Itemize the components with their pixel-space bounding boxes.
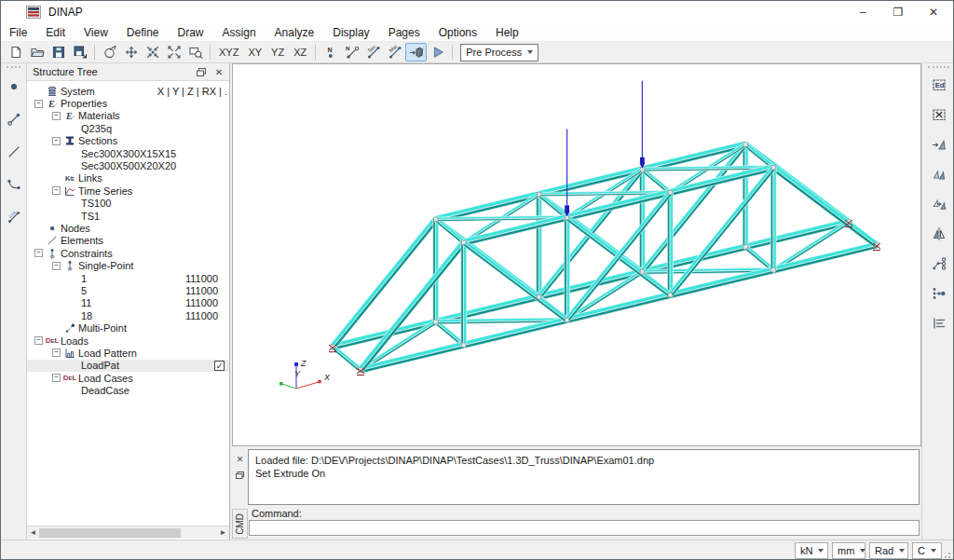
tree-row-loads[interactable]: −DELLoads: [27, 335, 229, 347]
tree-row-single-point[interactable]: −Single-Point: [27, 259, 229, 271]
panel-float-icon[interactable]: [194, 65, 209, 79]
process-mode-combobox[interactable]: Pre Process: [460, 44, 538, 61]
command-tab[interactable]: CMD: [232, 509, 248, 539]
unit-combobox-kn[interactable]: kN: [795, 542, 828, 559]
menu-item-help[interactable]: Help: [486, 23, 528, 42]
tree-row-links[interactable]: K⁄ELinks: [27, 172, 229, 184]
tree-row-q235q[interactable]: Q235q: [27, 122, 229, 134]
menu-item-view[interactable]: View: [75, 23, 117, 42]
tree-row-time-series[interactable]: −Time Series: [27, 184, 229, 197]
menu-item-display[interactable]: Display: [323, 23, 378, 42]
minimize-button[interactable]: –: [845, 1, 880, 23]
tree-row-sec300x500x20x20[interactable]: Sec300X500X20X20: [27, 159, 229, 171]
tree-row-sec300x300x15x15[interactable]: Sec300X300X15X15: [27, 147, 229, 159]
assign-material-button[interactable]: Mat: [384, 43, 405, 61]
tool-link-button[interactable]: Link: [2, 205, 26, 229]
tree-expand-icon[interactable]: −: [34, 336, 43, 345]
loadpat-checkbox[interactable]: ✓: [214, 361, 225, 371]
menu-item-analyze[interactable]: Analyze: [266, 23, 324, 42]
file-save-all-button[interactable]: [69, 43, 90, 61]
divide-element-button[interactable]: [927, 252, 951, 276]
tree-row-ts100[interactable]: TS100: [27, 198, 229, 210]
tree-label: Nodes: [61, 223, 90, 234]
tree-row-load-cases[interactable]: −DELLoad Cases: [27, 372, 229, 384]
view-orbit-button[interactable]: [99, 43, 120, 61]
unit-combobox-c[interactable]: C: [912, 542, 942, 559]
file-open-button[interactable]: [26, 43, 48, 61]
mirror-element-button[interactable]: [927, 222, 951, 246]
tree-expand-icon[interactable]: −: [52, 374, 61, 382]
tree-expand-icon[interactable]: −: [52, 137, 61, 145]
unit-combobox-mm[interactable]: mm: [832, 542, 865, 559]
view-plane-xz-button[interactable]: XZ: [289, 45, 311, 60]
assign-node-button[interactable]: N: [320, 43, 341, 61]
tool-arc-button[interactable]: [2, 172, 26, 197]
tree-expand-icon[interactable]: −: [52, 186, 61, 195]
panel-close-icon[interactable]: ✕: [211, 65, 226, 79]
tree-row-materials[interactable]: −E⁄Materials: [27, 110, 229, 122]
copy-element-button[interactable]: [927, 162, 951, 186]
align-list-button[interactable]: [927, 311, 951, 335]
tree-row-deadcase[interactable]: DeadCase: [27, 384, 229, 396]
file-new-button[interactable]: [5, 43, 26, 61]
tool-node-button[interactable]: [2, 75, 26, 99]
tree-expand-icon[interactable]: −: [52, 112, 61, 120]
view-plane-xy-button[interactable]: XY: [243, 45, 266, 60]
delete-selection-button[interactable]: [927, 102, 951, 127]
model-viewport[interactable]: ZXY: [232, 63, 921, 446]
tree-expand-icon[interactable]: −: [34, 100, 43, 108]
tree-row-loadpat[interactable]: LoadPat✓: [27, 360, 229, 372]
tree-row-multi-point[interactable]: Multi-Point: [27, 321, 229, 334]
tree-row-sections[interactable]: −Sections: [27, 135, 229, 147]
tree-horizontal-scrollbar[interactable]: ◄ ►: [27, 526, 229, 539]
tree-row-18[interactable]: 18111000: [27, 309, 229, 321]
tree-row-11[interactable]: 11111000: [27, 297, 229, 309]
stretch-element-button[interactable]: [927, 192, 951, 216]
view-pan-button[interactable]: [120, 43, 142, 61]
merge-nodes-button[interactable]: [927, 281, 951, 306]
command-input[interactable]: [249, 520, 920, 536]
tool-element-button[interactable]: [2, 107, 26, 131]
menu-item-pages[interactable]: Pages: [379, 23, 429, 42]
assign-element-button[interactable]: N: [341, 43, 362, 61]
message-close-icon[interactable]: ✕: [234, 453, 247, 466]
edit-selection-button[interactable]: Ed: [927, 73, 951, 97]
tree-row-system[interactable]: SystemX | Y | Z | RX | .: [27, 85, 229, 97]
menu-item-file[interactable]: File: [1, 23, 36, 42]
close-button[interactable]: ✕: [916, 1, 951, 23]
tree-row-constraints[interactable]: −Constraints: [27, 247, 229, 259]
tree-row-ts1[interactable]: TS1: [27, 210, 229, 222]
tree-row-properties[interactable]: −E⁄Properties: [27, 97, 229, 109]
tree-row-5[interactable]: 5111000: [27, 284, 229, 296]
tree-row-elements[interactable]: Elements: [27, 235, 229, 247]
menu-item-define[interactable]: Define: [117, 23, 169, 42]
view-plane-xyz-button[interactable]: XYZ: [214, 45, 243, 60]
scrollbar-thumb[interactable]: [39, 528, 181, 538]
menu-item-draw[interactable]: Draw: [169, 23, 213, 42]
resize-grip[interactable]: [944, 550, 953, 559]
scroll-left-arrow[interactable]: ◄: [27, 528, 39, 537]
view-zoom-window-button[interactable]: [184, 43, 206, 61]
menu-item-options[interactable]: Options: [429, 23, 486, 42]
view-plane-yz-button[interactable]: YZ: [266, 45, 289, 60]
message-float-icon[interactable]: [234, 469, 247, 482]
menu-item-assign[interactable]: Assign: [213, 23, 266, 42]
extrude-toggle-button[interactable]: [405, 43, 427, 61]
scroll-right-arrow[interactable]: ►: [217, 528, 229, 537]
tree-row-load-pattern[interactable]: −Load Pattern: [27, 347, 229, 359]
tree-expand-icon[interactable]: −: [52, 348, 61, 357]
assign-section-button[interactable]: Sec: [362, 43, 384, 61]
maximize-button[interactable]: ❐: [880, 1, 916, 23]
menu-item-edit[interactable]: Edit: [36, 23, 75, 42]
run-analysis-button[interactable]: [427, 43, 448, 61]
move-element-button[interactable]: [927, 132, 951, 157]
unit-combobox-rad[interactable]: Rad: [869, 542, 908, 559]
tree-row-1[interactable]: 1111000: [27, 272, 229, 284]
view-fit-button[interactable]: [163, 43, 184, 61]
view-zoom-in-button[interactable]: [142, 43, 163, 61]
tool-line-button[interactable]: [2, 140, 26, 164]
tree-row-nodes[interactable]: ●Nodes: [27, 222, 229, 234]
tree-expand-icon[interactable]: −: [52, 262, 61, 270]
tree-expand-icon[interactable]: −: [34, 249, 43, 257]
file-save-button[interactable]: [48, 43, 69, 61]
